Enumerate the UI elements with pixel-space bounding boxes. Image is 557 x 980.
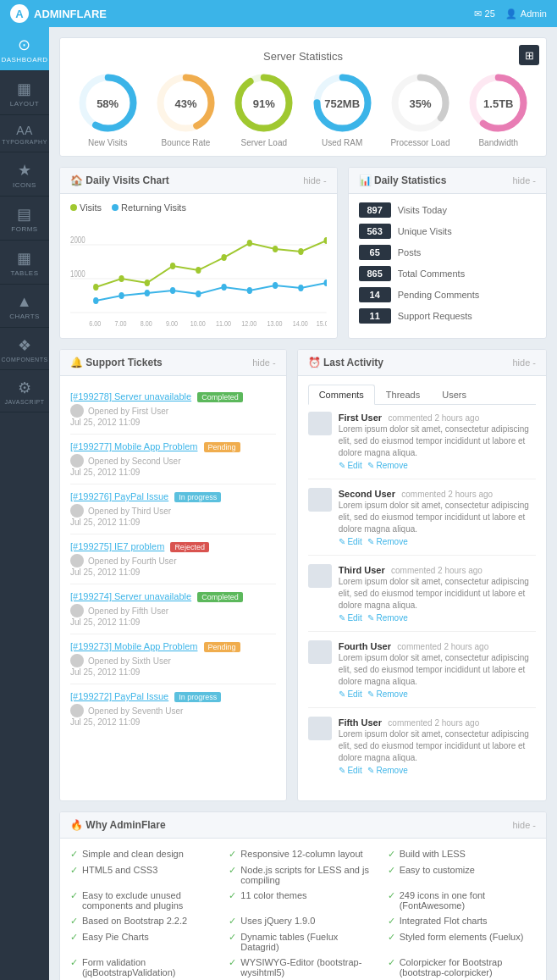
activity-link[interactable]: ✎ Remove [367,766,408,775]
daily-stat-item: 14 Pending Comments [359,287,536,302]
feature-item: ✓Responsive 12-column layout [229,849,377,860]
activity-link[interactable]: ✎ Remove [367,461,408,470]
daily-stats-header: 📊 Daily Statistics hide - [349,168,546,194]
activity-tabs: Comments Threads Users [308,385,536,405]
ticket-item: [#199272] PayPal Issue In progress Opene… [70,684,276,734]
activity-hide[interactable]: hide - [512,357,536,368]
feature-text: HTML5 and CSS3 [82,865,157,875]
svg-point-24 [273,246,278,252]
donut-label: 35% [409,97,431,109]
activity-content: Fifth User commented 2 hours ago Lorem i… [339,717,536,775]
ticket-title[interactable]: [#199273] Mobile App Problem Pending [70,641,276,652]
activity-link[interactable]: ✎ Edit [339,537,362,546]
donut-label: 43% [174,97,196,109]
activity-item: Fifth User commented 2 hours ago Lorem i… [308,717,536,783]
activity-content: First User commented 2 hours ago Lorem i… [339,412,536,470]
activity-link[interactable]: ✎ Remove [367,537,408,546]
activity-link[interactable]: ✎ Remove [367,613,408,623]
activity-link[interactable]: ✎ Remove [367,689,408,699]
sidebar-item-tables[interactable]: ▦ TABLES [0,241,49,285]
svg-point-32 [221,284,226,291]
ticket-date: Jul 25, 2012 11:09 [70,617,276,627]
messages-count: 25 [485,8,495,19]
activity-avatar [308,640,332,664]
activity-links: ✎ Edit✎ Remove [339,689,536,699]
activity-content: Third User commented 2 hours ago Lorem i… [339,564,536,623]
donut-wrap: 35% [389,71,452,135]
sidebar-label-charts: CHARTS [9,313,40,320]
support-tickets-card: 🔔 Support Tickets hide - [#199278] Serve… [59,349,287,801]
svg-text:7.00: 7.00 [115,319,127,328]
activity-text: Lorem ipsum dolor sit amet, consectetur … [339,576,536,612]
activity-link[interactable]: ✎ Edit [339,766,362,775]
sidebar-item-forms[interactable]: ▤ FORMS [0,197,49,241]
avatar [70,604,84,617]
stat-item: 58% New Visits [76,71,140,147]
ticket-title[interactable]: [#199278] Server unavailable Completed [70,391,276,402]
daily-visits-card: 🏠 Daily Visits Chart hide - Visits Retur… [59,167,338,339]
activity-links: ✎ Edit✎ Remove [339,766,536,775]
ticket-title[interactable]: [#199277] Mobile App Problem Pending [70,441,276,452]
activity-link[interactable]: ✎ Edit [339,689,362,699]
tables-icon: ▦ [17,249,32,268]
check-icon: ✓ [388,890,395,901]
messages-btn[interactable]: ✉ 25 [474,8,495,19]
ticket-title[interactable]: [#199272] PayPal Issue In progress [70,691,276,702]
tickets-title: 🔔 Support Tickets [70,357,163,368]
share-button[interactable]: ⊞ [519,45,539,65]
sidebar-item-components[interactable]: ❖ COMPONENTS [0,328,49,370]
activity-content: Fourth User commented 2 hours ago Lorem … [339,640,536,699]
activity-link[interactable]: ✎ Edit [339,461,362,470]
sidebar-item-typography[interactable]: Aa TYPOGRAPHY [0,115,49,152]
activity-title: ⏰ Last Activity [308,357,383,368]
activity-link[interactable]: ✎ Edit [339,613,362,623]
ticket-title[interactable]: [#199276] PayPal Issue In progress [70,491,276,502]
stat-name: Used RAM [322,138,362,147]
top-header: A ADMINFLARE ✉ 25 👤 Admin [0,0,557,27]
stat-badge: 14 [359,287,391,302]
chart-legend: Visits Returning Visits [70,202,327,213]
admin-btn[interactable]: 👤 Admin [505,8,547,19]
check-icon: ✓ [229,957,236,968]
sidebar-item-layout[interactable]: ▦ LAYOUT [0,71,49,115]
daily-stat-item: 865 Total Comments [359,266,536,281]
forms-icon: ▤ [17,205,32,224]
tab-comments[interactable]: Comments [308,385,375,405]
feature-text: 249 icons in one font (FontAwesome) [400,890,536,911]
tickets-hide[interactable]: hide - [252,357,276,368]
svg-text:1000: 1000 [70,269,85,279]
daily-stats-hide[interactable]: hide - [512,175,536,185]
daily-visits-hide[interactable]: hide - [303,175,327,185]
feature-item: ✓Styled form elements (Fuelux) [388,932,536,952]
daily-stat-item: 897 Visits Today [359,202,536,218]
tab-users[interactable]: Users [431,385,477,405]
activity-item: First User commented 2 hours ago Lorem i… [308,412,536,479]
sidebar-item-charts[interactable]: ▲ CHARTS [0,285,49,328]
ticket-title[interactable]: [#199275] IE7 problem Rejected [70,541,276,552]
activity-username: Fifth User [339,717,382,728]
feature-item: ✓Based on Bootstrap 2.2.2 [70,916,218,927]
stat-badge: 11 [359,308,391,324]
why-hide[interactable]: hide - [512,820,536,830]
tab-threads[interactable]: Threads [375,385,431,405]
stat-label: Pending Comments [398,290,480,300]
sidebar-item-dashboard[interactable]: ⊙ DASHBOARD [0,27,49,71]
activity-text: Lorem ipsum dolor sit amet, consectetur … [339,500,536,535]
ticket-item: [#199274] Server unavailable Completed O… [70,584,276,634]
stat-name: New Visits [88,138,128,147]
activity-username: Third User [339,565,385,575]
donut-label: 752MB [324,97,360,109]
ticket-title[interactable]: [#199274] Server unavailable Completed [70,591,276,602]
avatar [70,654,84,667]
ticket-meta: Opened by Sixth User [70,654,276,667]
ticket-badge: Pending [204,642,240,652]
sidebar-item-icons[interactable]: ★ ICONS [0,152,49,197]
check-icon: ✓ [70,865,78,876]
ticket-item: [#199273] Mobile App Problem Pending Ope… [70,634,276,684]
stat-badge: 563 [359,224,391,239]
svg-point-31 [196,291,201,297]
donut-wrap: 58% [76,71,140,135]
feature-text: Simple and clean design [82,849,184,859]
daily-visits-title: 🏠 Daily Visits Chart [70,174,169,186]
sidebar-item-javascript[interactable]: ⚙ JAVASCRIPT [0,370,49,412]
